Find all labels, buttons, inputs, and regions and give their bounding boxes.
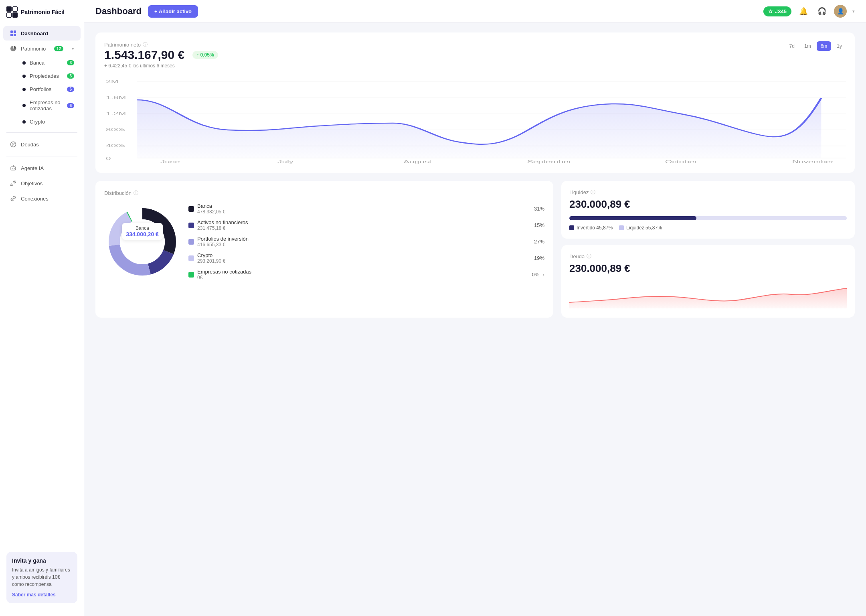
svg-point-6 xyxy=(12,144,13,144)
invested-legend: Invertido 45,87% xyxy=(569,225,613,231)
invested-label: Invertido 45,87% xyxy=(577,225,613,231)
time-btn-7d[interactable]: 7d xyxy=(785,41,799,51)
sidebar-item-label: Deudas xyxy=(21,142,39,148)
svg-text:September: September xyxy=(527,159,572,164)
sidebar-item-label: Empresas no cotizadas xyxy=(30,99,63,111)
info-icon[interactable]: ⓘ xyxy=(134,190,138,197)
chart-label: Patrimonio neto ⓘ xyxy=(104,41,218,48)
target-icon xyxy=(10,180,17,187)
avatar[interactable]: 👤 xyxy=(834,5,847,18)
change-badge: ↑ 0,05% xyxy=(192,51,218,59)
sidebar-item-portfolios[interactable]: Portfolios 6 xyxy=(16,83,81,96)
deuda-value: 230.000,89 € xyxy=(569,262,847,275)
grid-icon xyxy=(10,30,17,37)
svg-rect-2 xyxy=(10,34,13,36)
sidebar-item-crypto[interactable]: Crypto xyxy=(16,115,81,128)
app-name: Patrimonio Fácil xyxy=(21,9,65,15)
sidebar-item-propiedades[interactable]: Propiedades 3 xyxy=(16,69,81,83)
sidebar-item-label: Agente IA xyxy=(21,165,44,171)
svg-point-9 xyxy=(14,168,15,169)
bell-icon[interactable]: 🔔 xyxy=(797,5,810,18)
add-asset-button[interactable]: + Añadir activo xyxy=(148,5,198,18)
legend-color xyxy=(188,255,194,261)
content: Patrimonio neto ⓘ 1.543.167,90 € ↑ 0,05%… xyxy=(84,23,866,616)
sidebar-item-conexiones[interactable]: Conexiones xyxy=(3,191,81,206)
svg-point-11 xyxy=(13,165,14,166)
portfolios-badge: 6 xyxy=(67,87,74,92)
legend-item-portfolios: Portfolios de inversión 416.655,33 € 27% xyxy=(188,236,544,247)
distribucion-card: Distribución ⓘ xyxy=(95,181,553,318)
tag-icon xyxy=(10,141,17,148)
svg-rect-7 xyxy=(11,167,16,170)
sidebar-item-agente[interactable]: Agente IA xyxy=(3,161,81,175)
sidebar: Patrimonio Fácil Dashboard Patrimonio 12… xyxy=(0,0,84,616)
distribucion-title: Distribución ⓘ xyxy=(104,190,544,197)
liquidez-card: Liquidez ⓘ 230.000,89 € Invertido 45,87% xyxy=(561,181,855,239)
liquidez-value: 230.000,89 € xyxy=(569,198,847,211)
liquidity-color xyxy=(619,225,624,230)
svg-text:800k: 800k xyxy=(106,127,125,132)
info-icon[interactable]: ⓘ xyxy=(591,189,595,196)
right-cards: Liquidez ⓘ 230.000,89 € Invertido 45,87% xyxy=(561,181,855,318)
page-title: Dashboard xyxy=(95,6,142,16)
svg-rect-1 xyxy=(14,30,16,33)
sidebar-item-objetivos[interactable]: Objetivos xyxy=(3,176,81,190)
time-btn-6m[interactable]: 6m xyxy=(817,41,832,51)
stars-badge[interactable]: ☆ #345 xyxy=(763,6,791,16)
promo-title: Invita y gana xyxy=(12,557,72,564)
deuda-title: Deuda ⓘ xyxy=(569,253,847,260)
dot-icon xyxy=(22,61,26,65)
svg-text:July: July xyxy=(277,159,293,164)
divider xyxy=(6,156,77,156)
deuda-mini-chart xyxy=(569,280,847,308)
banca-badge: 3 xyxy=(67,60,74,65)
header-right: ☆ #345 🔔 🎧 👤 ▾ xyxy=(763,5,855,18)
chevron-down-icon: ▾ xyxy=(72,46,74,51)
legend-item-crypto: Crypto 293.201,90 € 19% xyxy=(188,252,544,264)
sidebar-item-label: Propiedades xyxy=(30,73,59,79)
promo-link[interactable]: Saber más detalles xyxy=(12,592,72,598)
chart-left: Patrimonio neto ⓘ 1.543.167,90 € ↑ 0,05%… xyxy=(104,41,218,74)
sidebar-item-patrimonio[interactable]: Patrimonio 12 ▾ xyxy=(3,41,81,56)
sidebar-item-banca[interactable]: Banca 3 xyxy=(16,56,81,69)
patrimonio-badge: 12 xyxy=(54,46,63,51)
promo-text: Invita a amigos y familiares y ambos rec… xyxy=(12,566,72,588)
sidebar-item-label: Crypto xyxy=(30,119,45,125)
legend-item-empresas[interactable]: Empresas no cotizadas 0€ 0% › xyxy=(188,269,544,280)
invested-color xyxy=(569,225,574,230)
liquidez-title: Liquidez ⓘ xyxy=(569,189,847,196)
empresas-badge: 6 xyxy=(67,103,74,108)
sidebar-item-empresas[interactable]: Empresas no cotizadas 6 xyxy=(16,96,81,115)
info-icon[interactable]: ⓘ xyxy=(587,253,591,260)
chevron-right-icon[interactable]: › xyxy=(542,272,544,278)
svg-rect-3 xyxy=(14,34,16,36)
sidebar-item-label: Portfolios xyxy=(30,86,51,92)
dot-icon xyxy=(22,88,26,91)
sidebar-item-label: Banca xyxy=(30,60,45,66)
patrimonio-submenu: Banca 3 Propiedades 3 Portfolios 6 Empre… xyxy=(0,56,84,128)
sidebar-item-deudas[interactable]: Deudas xyxy=(3,137,81,152)
bot-icon xyxy=(10,164,17,172)
propiedades-badge: 3 xyxy=(67,73,74,79)
donut-chart: Banca 334.000,20 € xyxy=(104,204,180,280)
headset-icon[interactable]: 🎧 xyxy=(815,5,828,18)
time-btn-1m[interactable]: 1m xyxy=(800,41,815,51)
sidebar-item-label: Conexiones xyxy=(21,196,49,202)
svg-text:November: November xyxy=(792,159,834,164)
sidebar-bottom: Invita y gana Invita a amigos y familiar… xyxy=(0,545,84,610)
sidebar-item-label: Objetivos xyxy=(21,180,42,186)
svg-point-8 xyxy=(12,168,13,169)
star-icon: ☆ xyxy=(768,8,773,14)
dot-icon xyxy=(22,120,26,124)
chart-area: 2M 1.6M 1.2M 800k 400k 0 June July xyxy=(104,76,846,164)
legend-color xyxy=(188,223,194,228)
info-icon[interactable]: ⓘ xyxy=(143,41,148,48)
pie-icon xyxy=(10,45,17,52)
stars-value: #345 xyxy=(775,8,787,14)
time-btn-1y[interactable]: 1y xyxy=(833,41,846,51)
sidebar-item-dashboard[interactable]: Dashboard xyxy=(3,26,81,41)
legend-info: Activos no financieros 231.475,18 € xyxy=(197,219,531,231)
liquidity-legend: Liquidez 55,87% xyxy=(619,225,662,231)
chevron-down-icon[interactable]: ▾ xyxy=(852,9,855,14)
svg-text:October: October xyxy=(665,159,697,164)
